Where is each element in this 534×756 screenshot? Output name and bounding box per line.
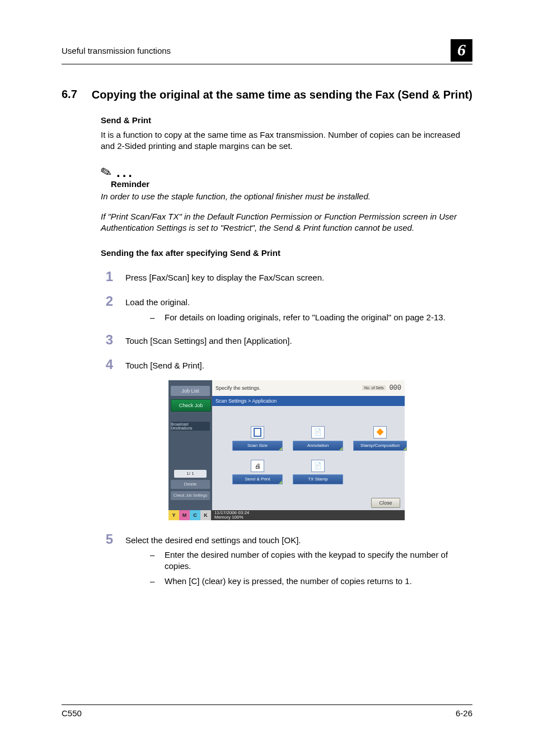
shot-message: Specify the settings. xyxy=(216,385,261,391)
running-header: Useful transmission functions 6 xyxy=(62,39,472,64)
send-print-heading: Send & Print xyxy=(101,115,472,125)
reminder-icon-row: ✎ ... xyxy=(101,165,472,180)
shot-status-bar: Y M C K 11/17/2006 03:24 Memory 100% xyxy=(168,510,405,520)
substep-text: Enter the desired number of copies with … xyxy=(165,549,472,572)
toner-m-icon: M xyxy=(179,510,190,520)
reminder-label: Reminder xyxy=(111,179,472,189)
step-3: 3 Touch [Scan Settings] and then [Applic… xyxy=(101,332,472,348)
dash-icon: – xyxy=(150,549,157,572)
page-footer: C550 6-26 xyxy=(62,704,472,718)
stamp-composition-icon: 🔶 xyxy=(373,426,387,438)
chapter-number: 6 xyxy=(451,39,472,62)
dash-icon: – xyxy=(150,576,157,587)
send-print-button[interactable]: Send & Print xyxy=(232,474,283,484)
section-number: 6.7 xyxy=(62,88,77,101)
step-number: 5 xyxy=(101,531,113,547)
reminder-p2: If "Print Scan/Fax TX" in the Default Fu… xyxy=(101,211,472,234)
reminder-p1: In order to use the staple function, the… xyxy=(101,191,472,202)
tx-stamp-icon: 📄 xyxy=(311,460,325,472)
step-4: 4 Touch [Send & Print]. xyxy=(101,357,472,372)
breadcrumb-text: Scan Settings > Application xyxy=(216,398,277,404)
breadcrumb-tab: Scan Settings > Application xyxy=(212,396,405,406)
scan-size-button[interactable]: Scan Size xyxy=(232,441,283,451)
embedded-screenshot: Job List Check Job Broadcast Destination… xyxy=(168,380,405,520)
job-list-tab[interactable]: Job List xyxy=(171,386,210,396)
step-number: 1 xyxy=(101,269,113,284)
footer-page: 6-26 xyxy=(456,708,472,718)
no-of-sets-value: 000 xyxy=(389,384,401,392)
send-print-body: It is a function to copy at the same tim… xyxy=(101,129,472,152)
step-text: Press [Fax/Scan] key to display the Fax/… xyxy=(125,272,472,283)
step-number: 3 xyxy=(101,332,113,348)
toner-indicators: Y M C K xyxy=(168,510,211,520)
send-print-icon: 🖨 xyxy=(251,460,264,472)
stamp-composition-button[interactable]: Stamp/Composition xyxy=(353,441,407,451)
substep: – Enter the desired number of copies wit… xyxy=(150,549,472,572)
step-text: Select the desired end settings and touc… xyxy=(125,535,301,545)
substep-text: For details on loading originals, refer … xyxy=(165,312,446,323)
ellipsis-icon: ... xyxy=(116,165,134,180)
no-of-sets: No. of Sets 000 xyxy=(362,384,401,392)
check-job-button[interactable]: Check Job xyxy=(171,399,211,412)
toner-c-icon: C xyxy=(190,510,200,520)
step-text: Load the original. xyxy=(125,297,190,307)
broadcast-dest-header: Broadcast Destinations xyxy=(171,422,210,431)
scan-size-icon xyxy=(251,426,264,438)
close-button[interactable]: Close xyxy=(371,498,400,508)
dash-icon: – xyxy=(150,312,157,323)
toner-k-icon: K xyxy=(200,510,211,520)
shot-sidebar: Job List Check Job Broadcast Destination… xyxy=(168,380,212,510)
shot-message-bar: Specify the settings. No. of Sets 000 xyxy=(212,380,405,396)
note-icon: ✎ xyxy=(99,163,114,181)
toner-y-icon: Y xyxy=(168,510,179,520)
annotation-icon: 📄 xyxy=(311,426,325,438)
shot-main-panel: Scan Size 📄 Annotation 🔶 Stamp/Compositi… xyxy=(212,406,405,510)
section-heading: 6.7 Copying the original at the same tim… xyxy=(62,88,472,102)
running-title: Useful transmission functions xyxy=(62,46,171,55)
substep: – When [C] (clear) key is pressed, the n… xyxy=(150,576,472,587)
substep-text: When [C] (clear) key is pressed, the num… xyxy=(165,576,412,587)
step-text: Touch [Scan Settings] and then [Applicat… xyxy=(125,335,472,347)
section-title: Copying the original at the same time as… xyxy=(92,88,472,102)
step-2: 2 Load the original. – For details on lo… xyxy=(101,293,472,323)
procedure-heading: Sending the fax after specifying Send & … xyxy=(101,248,472,258)
substep: – For details on loading originals, refe… xyxy=(150,312,472,323)
tx-stamp-button[interactable]: TX Stamp xyxy=(293,474,343,484)
delete-button[interactable]: Delete xyxy=(171,480,210,489)
pager: 1/ 1 xyxy=(174,470,207,478)
annotation-button[interactable]: Annotation xyxy=(293,441,343,451)
step-number: 2 xyxy=(101,293,113,309)
step-number: 4 xyxy=(101,357,113,372)
no-of-sets-label: No. of Sets xyxy=(362,385,386,390)
status-datetime: 11/17/2006 03:24 Memory 100% xyxy=(214,511,249,520)
check-job-settings-button[interactable]: Check Job Settings xyxy=(171,491,210,500)
footer-model: C550 xyxy=(62,708,82,718)
step-5: 5 Select the desired end settings and to… xyxy=(101,531,472,587)
step-1: 1 Press [Fax/Scan] key to display the Fa… xyxy=(101,269,472,284)
step-text: Touch [Send & Print]. xyxy=(125,360,472,371)
